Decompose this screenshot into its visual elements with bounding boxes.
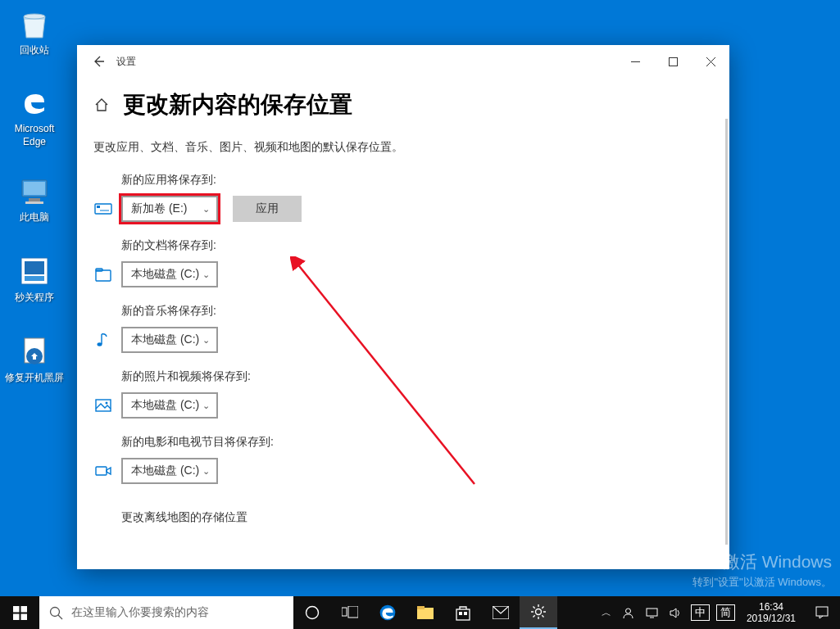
desktop-icon-shutdown-prog[interactable]: 秒关程序 xyxy=(3,254,66,305)
setting-label: 新的应用将保存到: xyxy=(121,173,706,188)
chevron-up-icon: ︿ xyxy=(602,606,611,620)
svg-rect-8 xyxy=(25,276,44,281)
music-icon xyxy=(93,330,113,350)
svg-rect-7 xyxy=(25,261,44,274)
svg-point-32 xyxy=(306,607,319,619)
minimize-icon xyxy=(631,57,640,66)
chevron-down-icon: ⌄ xyxy=(202,204,210,215)
svg-rect-21 xyxy=(96,400,111,411)
svg-point-0 xyxy=(24,14,45,19)
gear-icon xyxy=(530,604,547,620)
tray-ime-mode[interactable]: 简 xyxy=(716,604,735,621)
apps-icon xyxy=(93,199,113,219)
offline-maps-link[interactable]: 更改离线地图的存储位置 xyxy=(121,500,706,525)
svg-rect-33 xyxy=(342,608,347,616)
desktop-icon-fix-boot[interactable]: 修复开机黑屏 xyxy=(3,334,66,385)
window-title: 设置 xyxy=(116,55,136,69)
home-button[interactable] xyxy=(93,97,110,113)
scrollbar[interactable] xyxy=(725,119,728,545)
taskbar-app-explorer[interactable] xyxy=(406,596,444,629)
svg-rect-36 xyxy=(417,608,434,619)
svg-rect-37 xyxy=(417,606,425,609)
svg-rect-46 xyxy=(816,607,828,616)
setting-label: 新的照片和视频将保存到: xyxy=(121,369,706,384)
task-view-icon xyxy=(342,606,358,619)
apps-location-dropdown[interactable]: 新加卷 (E:) ⌄ xyxy=(121,196,218,222)
taskbar-app-mail[interactable] xyxy=(482,596,520,629)
svg-rect-18 xyxy=(96,270,111,281)
folder-icon xyxy=(417,605,434,620)
tray-notifications[interactable] xyxy=(804,596,840,629)
recycle-bin-icon xyxy=(17,7,52,41)
svg-rect-39 xyxy=(459,612,462,615)
setting-music-location: 新的音乐将保存到: 本地磁盘 (C:) ⌄ xyxy=(93,304,706,353)
svg-point-42 xyxy=(536,609,542,615)
tray-clock[interactable]: 16:34 2019/12/31 xyxy=(738,601,804,625)
search-icon xyxy=(49,606,63,620)
setting-label: 新的文档将保存到: xyxy=(121,238,706,253)
people-icon xyxy=(621,606,635,620)
taskbar-app-store[interactable] xyxy=(444,596,482,629)
close-button[interactable] xyxy=(692,48,729,75)
tray-people[interactable] xyxy=(616,596,640,629)
desktop-icon-edge[interactable]: Microsoft Edge xyxy=(3,85,66,148)
home-icon xyxy=(93,97,110,113)
maximize-button[interactable] xyxy=(654,48,692,75)
chevron-down-icon: ⌄ xyxy=(202,335,210,346)
fix-boot-icon xyxy=(17,334,52,369)
desktop-icon-recycle-bin[interactable]: 回收站 xyxy=(3,7,66,57)
svg-rect-40 xyxy=(464,612,467,615)
tray-volume[interactable] xyxy=(664,596,688,629)
svg-rect-3 xyxy=(24,182,45,195)
tray-chevron[interactable]: ︿ xyxy=(597,596,616,629)
music-location-dropdown[interactable]: 本地磁盘 (C:) ⌄ xyxy=(121,327,218,353)
docs-location-dropdown[interactable]: 本地磁盘 (C:) ⌄ xyxy=(121,261,218,287)
page-description: 更改应用、文档、音乐、图片、视频和地图的默认保存位置。 xyxy=(93,140,706,155)
photos-icon xyxy=(93,396,113,415)
mail-icon xyxy=(493,606,509,619)
svg-point-20 xyxy=(98,342,102,346)
svg-rect-23 xyxy=(96,467,107,475)
windows-icon xyxy=(13,606,27,620)
setting-docs-location: 新的文档将保存到: 本地磁盘 (C:) ⌄ xyxy=(93,238,706,287)
cortana-icon xyxy=(305,605,320,620)
network-icon xyxy=(645,606,659,620)
edge-icon xyxy=(17,85,52,120)
svg-rect-38 xyxy=(456,609,470,620)
cortana-button[interactable] xyxy=(293,596,331,629)
svg-rect-16 xyxy=(97,206,100,208)
setting-photos-location: 新的照片和视频将保存到: 本地磁盘 (C:) ⌄ xyxy=(93,369,706,419)
svg-point-43 xyxy=(625,609,630,613)
window-titlebar: 设置 xyxy=(77,45,729,78)
taskbar-search[interactable]: 在这里输入你要搜索的内容 xyxy=(39,596,293,629)
svg-line-31 xyxy=(58,615,62,619)
minimize-button[interactable] xyxy=(616,48,654,75)
edge-icon xyxy=(379,604,397,622)
arrow-left-icon xyxy=(91,54,106,69)
svg-rect-34 xyxy=(348,606,358,618)
movies-location-dropdown[interactable]: 本地磁盘 (C:) ⌄ xyxy=(121,458,218,484)
setting-apps-location: 新的应用将保存到: 新加卷 (E:) ⌄ 应用 xyxy=(93,173,706,222)
svg-point-22 xyxy=(106,402,108,405)
taskbar-app-settings[interactable] xyxy=(520,596,557,629)
tray-network[interactable] xyxy=(640,596,664,629)
svg-rect-27 xyxy=(20,606,27,613)
volume-icon xyxy=(669,606,683,620)
task-view-button[interactable] xyxy=(331,596,369,629)
documents-icon xyxy=(93,265,113,284)
start-button[interactable] xyxy=(0,596,39,629)
chevron-down-icon: ⌄ xyxy=(202,466,210,477)
photos-location-dropdown[interactable]: 本地磁盘 (C:) ⌄ xyxy=(121,392,218,419)
apply-button[interactable]: 应用 xyxy=(233,196,302,222)
svg-rect-26 xyxy=(13,606,20,613)
svg-rect-12 xyxy=(669,57,677,66)
back-button[interactable] xyxy=(84,47,113,76)
page-title: 更改新内容的保存位置 xyxy=(123,89,352,120)
tray-ime[interactable]: 中 xyxy=(691,604,710,621)
desktop-icon-this-pc[interactable]: 此电脑 xyxy=(3,174,66,224)
taskbar-app-edge[interactable] xyxy=(369,596,406,629)
computer-icon xyxy=(17,174,52,208)
svg-rect-5 xyxy=(25,201,43,204)
close-icon xyxy=(706,57,715,66)
svg-point-30 xyxy=(51,607,60,616)
